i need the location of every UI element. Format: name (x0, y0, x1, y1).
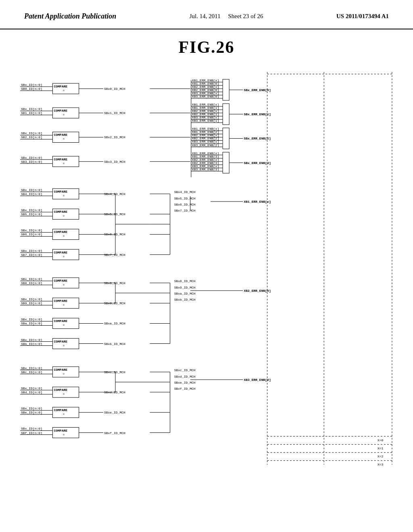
svg-text:X=3: X=3 (378, 463, 384, 466)
svg-text:COMPARE: COMPARE (54, 158, 67, 161)
svg-text:COMPARE: COMPARE (54, 251, 67, 254)
svg-text:SB9_ID[n:0]: SB9_ID[n:0] (21, 301, 42, 305)
svg-text:SBx_ID[n:0]: SBx_ID[n:0] (21, 188, 42, 192)
svg-text:SBx_ERR_ENB[2]: SBx_ERR_ENB[2] (244, 137, 271, 140)
svg-text:COMPARE: COMPARE (54, 299, 67, 303)
svg-text:SBx_ERR_ENB[0]: SBx_ERR_ENB[0] (244, 88, 271, 92)
svg-text:SBx3_ID_MCH: SBx3_ID_MCH (104, 160, 125, 164)
svg-text:SBx_ID[n:0]: SBx_ID[n:0] (21, 338, 42, 342)
svg-text:SBx_ERR_ENB[1]: SBx_ERR_ENB[1] (244, 112, 271, 116)
svg-text:COMPARE: COMPARE (54, 133, 67, 137)
page-header: Patent Application Publication Jul. 14, … (0, 0, 413, 29)
svg-text:SB1_ID[n:0]: SB1_ID[n:0] (21, 111, 42, 115)
svg-text:XB3_ERR_ENB[1]: XB3_ERR_ENB[1] (192, 119, 219, 123)
svg-text:SBe_ID[n:0]: SBe_ID[n:0] (21, 411, 42, 414)
figure-title: FIG.26 (16, 37, 397, 57)
svg-text:XB2_ERR_ENB[0]: XB2_ERR_ENB[0] (244, 289, 271, 293)
svg-rect-192 (223, 128, 229, 149)
svg-text:=: = (63, 89, 65, 92)
svg-text:COMPARE: COMPARE (54, 190, 67, 193)
svg-text:COMPARE: COMPARE (54, 230, 67, 234)
svg-rect-175 (223, 104, 229, 125)
sheet-info: Sheet 23 of 26 (228, 13, 263, 19)
svg-text:SBxc_ID_MCH: SBxc_ID_MCH (104, 370, 125, 374)
svg-text:COMPARE: COMPARE (54, 319, 67, 323)
svg-text:XB3_ERR_ENB[0]: XB3_ERR_ENB[0] (244, 378, 271, 382)
svg-text:SBb_ID[n:0]: SBb_ID[n:0] (21, 342, 42, 346)
svg-text:=: = (63, 344, 65, 347)
svg-text:=: = (63, 372, 65, 376)
svg-text:SBxa_ID_MCH: SBxa_ID_MCH (174, 292, 196, 295)
svg-text:SBx0_ID_MCH: SBx0_ID_MCH (104, 87, 125, 91)
svg-text:=: = (63, 392, 65, 396)
svg-text:SBxf_ID_MCH: SBxf_ID_MCH (104, 431, 125, 435)
header-center: Jul. 14, 2011 Sheet 23 of 26 (190, 13, 263, 20)
svg-text:SBa_ID[n:0]: SBa_ID[n:0] (21, 322, 42, 325)
svg-text:SBx_ID[n:0]: SBx_ID[n:0] (21, 131, 42, 135)
svg-text:SBx_ID[n:0]: SBx_ID[n:0] (21, 366, 42, 370)
svg-text:SBx6_ID_MCH: SBx6_ID_MCH (174, 203, 196, 206)
main-content: FIG.26 text { font-family: 'Courier New'… (0, 29, 413, 516)
svg-text:SBx_ID[n:0]: SBx_ID[n:0] (21, 318, 42, 321)
svg-text:SBx8_ID_MCH: SBx8_ID_MCH (104, 281, 125, 285)
svg-text:SB2_ID[n:0]: SB2_ID[n:0] (21, 135, 42, 139)
svg-text:SBx_ERR_ENB[3]: SBx_ERR_ENB[3] (244, 161, 271, 165)
svg-text:X=1: X=1 (378, 447, 384, 450)
svg-text:SBx5_ID_MCH: SBx5_ID_MCH (104, 212, 125, 216)
svg-text:SBx_ID[n:0]: SBx_ID[n:0] (21, 229, 42, 232)
svg-text:SBxd_ID_MCH: SBxd_ID_MCH (174, 375, 196, 378)
svg-text:SBx2_ID_MCH: SBx2_ID_MCH (104, 135, 125, 139)
svg-text:=: = (63, 412, 65, 416)
svg-text:SBxe_ID_MCH: SBxe_ID_MCH (174, 381, 196, 384)
svg-text:=: = (63, 113, 65, 116)
svg-text:SB7_ID[n:0]: SB7_ID[n:0] (21, 253, 42, 257)
svg-text:SBx5_ID_MCH: SBx5_ID_MCH (174, 197, 196, 200)
svg-text:COMPARE: COMPARE (54, 429, 67, 432)
svg-text:SBxd_ID_MCH: SBxd_ID_MCH (104, 391, 125, 394)
svg-text:COMPARE: COMPARE (54, 109, 67, 112)
svg-text:COMPARE: COMPARE (54, 210, 67, 214)
svg-text:SBx9_ID_MCH: SBx9_ID_MCH (104, 301, 125, 305)
publication-title: Patent Application Publication (24, 12, 116, 21)
svg-text:=: = (63, 323, 65, 327)
svg-text:SB8_ID[n:0]: SB8_ID[n:0] (21, 281, 42, 285)
svg-text:SB6_ID[n:0]: SB6_ID[n:0] (21, 233, 42, 236)
svg-text:=: = (63, 283, 65, 287)
svg-text:SBx_ID[n:0]: SBx_ID[n:0] (21, 83, 42, 87)
svg-rect-209 (223, 152, 229, 173)
svg-text:SBx_ID[n:0]: SBx_ID[n:0] (21, 208, 42, 212)
svg-text:=: = (63, 162, 65, 165)
svg-text:SBxb_ID_MCH: SBxb_ID_MCH (104, 342, 125, 346)
svg-text:SBxa_ID_MCH: SBxa_ID_MCH (104, 322, 125, 325)
svg-text:SBc_ID[n:0]: SBc_ID[n:0] (21, 370, 42, 374)
svg-text:XB1_ERR_ENB[x]: XB1_ERR_ENB[x] (244, 200, 271, 204)
svg-text:SBx_ID[n:0]: SBx_ID[n:0] (21, 249, 42, 253)
svg-text:SBx_ID[n:0]: SBx_ID[n:0] (21, 427, 42, 431)
svg-text:SBx_ID[n:0]: SBx_ID[n:0] (21, 387, 42, 390)
svg-text:X=2: X=2 (378, 455, 384, 458)
svg-text:XB3_ERR_ENB[0]: XB3_ERR_ENB[0] (192, 95, 219, 98)
svg-text:SBx_ID[n:0]: SBx_ID[n:0] (21, 107, 42, 111)
svg-text:X=0: X=0 (378, 438, 384, 442)
svg-text:SBx6_ID_MCH: SBx6_ID_MCH (104, 233, 125, 236)
svg-text:SBx9_ID_MCH: SBx9_ID_MCH (174, 286, 196, 289)
svg-text:SBx_ID[n:0]: SBx_ID[n:0] (21, 156, 42, 160)
svg-text:SBx4_ID_MCH: SBx4_ID_MCH (174, 190, 196, 194)
svg-text:SBx1_ID_MCH: SBx1_ID_MCH (104, 111, 125, 115)
svg-text:COMPARE: COMPARE (54, 340, 67, 343)
svg-text:SBx_ID[n:0]: SBx_ID[n:0] (21, 407, 42, 410)
svg-text:SBxc_ID_MCH: SBxc_ID_MCH (174, 368, 196, 372)
svg-text:XB3_ERR_ENB[3]: XB3_ERR_ENB[3] (192, 168, 219, 171)
svg-text:=: = (63, 234, 65, 238)
svg-text:SBx_ID[n:0]: SBx_ID[n:0] (21, 277, 42, 281)
svg-text:SBxe_ID_MCH: SBxe_ID_MCH (104, 411, 125, 414)
svg-rect-158 (223, 79, 229, 100)
svg-text:SBx4_ID_MCH: SBx4_ID_MCH (104, 192, 125, 196)
svg-text:SBx7_ID_MCH: SBx7_ID_MCH (174, 209, 196, 212)
svg-text:SBxb_ID_MCH: SBxb_ID_MCH (174, 298, 196, 301)
svg-text:=: = (63, 194, 65, 197)
svg-text:SBx7_ID_MCH: SBx7_ID_MCH (104, 253, 125, 257)
diagram-svg: text { font-family: 'Courier New', monos… (16, 65, 397, 508)
svg-text:SBf_ID[n:0]: SBf_ID[n:0] (21, 431, 42, 435)
svg-text:=: = (63, 214, 65, 218)
